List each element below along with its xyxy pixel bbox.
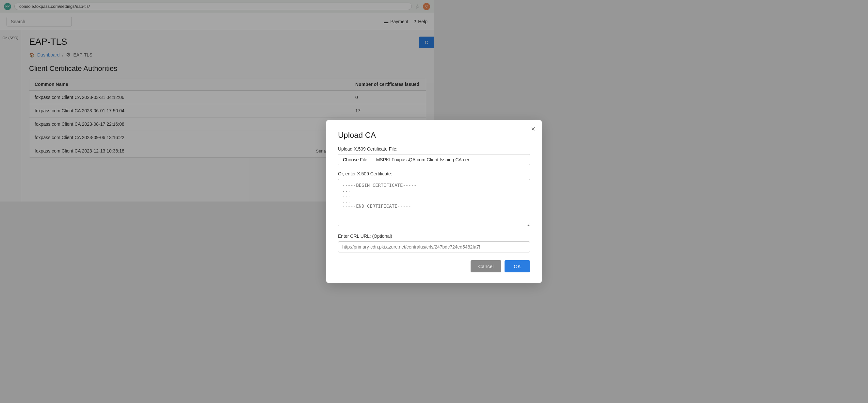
cert-textarea[interactable]	[338, 179, 434, 202]
file-name-display: MSPKI FoxpassQA.com Client Issuing CA.ce…	[372, 154, 434, 165]
upload-ca-modal: Upload CA × Upload X.509 Certificate Fil…	[326, 120, 434, 202]
modal-overlay[interactable]: Upload CA × Upload X.509 Certificate Fil…	[0, 0, 434, 202]
upload-label: Upload X.509 Certificate File:	[338, 146, 434, 152]
or-label: Or, enter X.509 Certificate:	[338, 171, 434, 176]
choose-file-button[interactable]: Choose File	[338, 154, 372, 165]
modal-title: Upload CA	[338, 131, 434, 140]
file-input-row: Choose File MSPKI FoxpassQA.com Client I…	[338, 154, 434, 165]
